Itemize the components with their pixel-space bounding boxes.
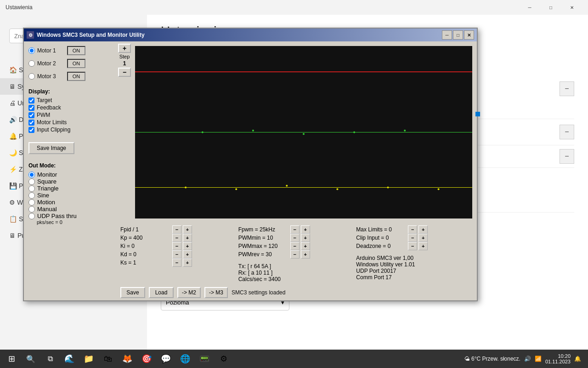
m2-button[interactable]: -> M2 — [177, 287, 201, 298]
motor-limits-checkbox[interactable] — [28, 120, 34, 126]
pwm-checkbox[interactable] — [28, 112, 34, 118]
kd-minus[interactable]: − — [172, 250, 181, 259]
motion-radio[interactable] — [28, 199, 35, 206]
close-button[interactable]: ✕ — [561, 0, 582, 15]
udp-passthru-radio[interactable] — [28, 213, 35, 219]
max-limits-plus[interactable]: + — [418, 225, 428, 234]
maximize-button[interactable]: □ — [540, 0, 561, 15]
taskbar-time: 10:20 — [558, 353, 571, 359]
input-clipping-checkbox-row: Input Clipping — [28, 126, 111, 133]
rx-label: Rx: [ a 10 11 ] — [238, 270, 355, 276]
minimize-button[interactable]: ─ — [519, 0, 540, 15]
feedback-checkbox[interactable] — [28, 105, 34, 111]
pwmmax-minus[interactable]: − — [290, 242, 300, 250]
app2-button[interactable]: 💬 — [157, 351, 175, 367]
save-button[interactable]: Save — [120, 287, 145, 298]
taskbar-clock[interactable]: 10:20 01.11.2023 — [545, 353, 571, 364]
ks-minus[interactable]: − — [172, 259, 181, 267]
kp-label: Kp = 400 — [120, 235, 171, 241]
win-titlebar-controls: ─ □ ✕ — [519, 0, 582, 15]
ki-minus[interactable]: − — [172, 242, 181, 250]
svg-point-9 — [235, 188, 237, 190]
pwmmin-plus[interactable]: + — [301, 234, 310, 242]
kd-plus[interactable]: + — [183, 250, 192, 259]
kd-row: Kd = 0 − + — [120, 250, 237, 259]
square-radio[interactable] — [28, 178, 35, 185]
motor2-on-button[interactable]: ON — [67, 59, 85, 68]
ks-row: Ks = 1 − + — [120, 259, 237, 267]
motor1-on-button[interactable]: ON — [67, 46, 85, 55]
smc3-icon: ⚙ — [27, 31, 34, 39]
step-plus-button[interactable]: + — [118, 44, 131, 53]
max-limits-minus[interactable]: − — [408, 225, 417, 234]
ki-plus[interactable]: + — [183, 242, 192, 250]
store-button[interactable]: 🛍 — [99, 351, 117, 367]
night-mode-minus[interactable]: − — [560, 81, 574, 96]
motor3-on-button[interactable]: ON — [67, 72, 85, 81]
deadzone-plus[interactable]: + — [418, 242, 428, 250]
start-button[interactable]: ⊞ — [2, 351, 21, 367]
svg-point-12 — [387, 187, 389, 189]
target-label: Target — [37, 97, 52, 104]
triangle-label: Triangle — [37, 185, 58, 192]
app1-button[interactable]: 🎯 — [137, 351, 156, 367]
ks-plus[interactable]: + — [183, 259, 192, 267]
notification-icon[interactable]: 🔔 — [574, 356, 581, 362]
motor2-row: Motor 2 ON — [28, 59, 111, 68]
smc3-maximize-button[interactable]: □ — [453, 30, 463, 40]
step-value: 1 — [123, 60, 126, 67]
app3-button[interactable]: 🌐 — [176, 351, 194, 367]
fpwm-plus[interactable]: + — [301, 225, 310, 234]
deadzone-row: Deadzone = 0 − + — [356, 242, 472, 250]
fpid-minus[interactable]: − — [172, 225, 181, 234]
pwmmin-label: PWMmin = 10 — [238, 235, 289, 241]
fpid-plus[interactable]: + — [183, 225, 192, 234]
edge-button[interactable]: 🌊 — [60, 351, 79, 367]
square-radio-row: Square — [28, 178, 111, 185]
monitor-radio[interactable] — [28, 172, 35, 178]
save-image-button[interactable]: Save Image — [28, 142, 74, 154]
input-clipping-checkbox[interactable] — [28, 127, 34, 133]
m3-button[interactable]: -> M3 — [204, 287, 228, 298]
projector-minus[interactable]: − — [560, 149, 574, 164]
search-taskbar-button[interactable]: 🔍 — [22, 351, 40, 367]
motor1-radio[interactable] — [28, 47, 35, 54]
taskview-button[interactable]: ⧉ — [41, 351, 59, 367]
explorer-button[interactable]: 📁 — [79, 351, 98, 367]
settings-taskbar-button[interactable]: ⚙ — [215, 351, 233, 367]
clip-input-minus[interactable]: − — [408, 234, 417, 242]
web-help-minus[interactable]: − — [560, 125, 574, 139]
out-mode-section: Out Mode: Monitor Square Triangle Sine — [28, 162, 111, 225]
smc3-close-button[interactable]: ✕ — [464, 30, 474, 40]
firefox-button[interactable]: 🦊 — [118, 351, 136, 367]
load-button[interactable]: Load — [149, 287, 174, 298]
pwmrev-plus[interactable]: + — [301, 250, 310, 259]
manual-radio[interactable] — [28, 206, 35, 213]
param-col3: Max Limits = 0 − + Clip Input = 0 − + De… — [356, 225, 472, 282]
svg-point-3 — [202, 132, 204, 133]
smc3-minimize-button[interactable]: ─ — [442, 30, 452, 40]
kp-plus[interactable]: + — [183, 234, 192, 242]
step-minus-button[interactable]: − — [118, 68, 131, 77]
settings-taskbar-icon: ⚙ — [220, 354, 227, 364]
svg-point-13 — [438, 188, 440, 190]
pwmmax-plus[interactable]: + — [301, 242, 310, 250]
kp-minus[interactable]: − — [172, 234, 181, 242]
triangle-radio[interactable] — [28, 185, 35, 192]
calcs-label: Calcs/sec = 3400 — [238, 276, 355, 282]
deadzone-minus[interactable]: − — [408, 242, 417, 250]
pwmrev-minus[interactable]: − — [290, 250, 300, 259]
sine-radio[interactable] — [28, 192, 35, 199]
pks-sec-label: pks/sec = 0 — [37, 219, 111, 225]
max-limits-row: Max Limits = 0 − + — [356, 225, 472, 234]
taskbar-right: 🌤 6°C Przew. słonecz. 🔊 📶 10:20 01.11.20… — [464, 353, 586, 364]
clip-input-plus[interactable]: + — [418, 234, 428, 242]
motor2-radio[interactable] — [28, 60, 35, 67]
ks-label: Ks = 1 — [120, 259, 171, 266]
target-checkbox[interactable] — [28, 98, 34, 104]
powershell-button[interactable]: 📟 — [195, 351, 214, 367]
smc3-title: Windows SMC3 Setup and Monitor Utility — [37, 32, 145, 38]
fpwm-minus[interactable]: − — [290, 225, 300, 234]
motor3-radio[interactable] — [28, 73, 35, 80]
pwmmin-minus[interactable]: − — [290, 234, 300, 242]
